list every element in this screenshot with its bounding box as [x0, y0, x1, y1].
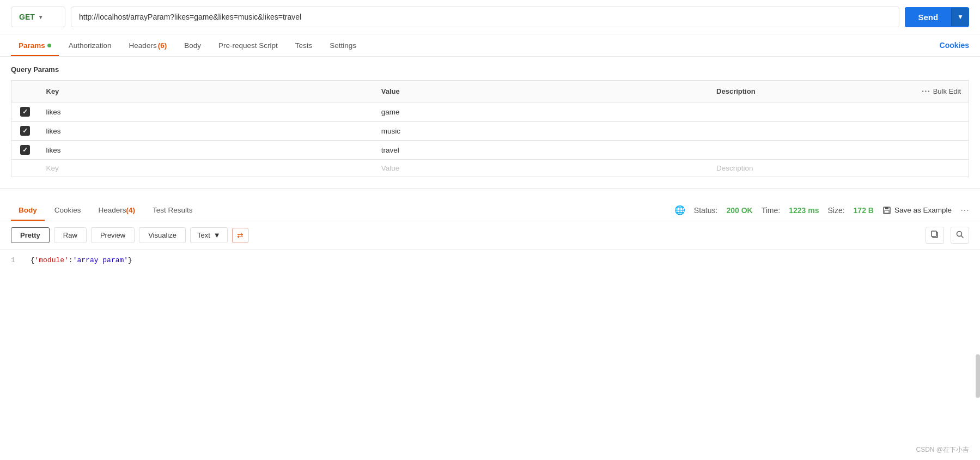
copy-response-button[interactable]	[926, 227, 944, 244]
row3-checkbox[interactable]: ✓	[20, 145, 30, 155]
response-tab-body[interactable]: Body	[11, 199, 45, 221]
time-value: 1223 ms	[789, 206, 819, 215]
row1-actions	[904, 102, 969, 122]
send-button[interactable]: Send	[905, 7, 951, 27]
response-actions	[926, 227, 969, 244]
table-row: ✓ likes game	[11, 102, 969, 122]
size-label: Size:	[827, 206, 844, 215]
row2-value[interactable]: music	[374, 122, 709, 141]
line-number: 1	[11, 256, 15, 264]
bulk-edit-button[interactable]: Bulk Edit	[933, 87, 961, 95]
save-icon	[882, 206, 891, 215]
value-placeholder: Value	[381, 164, 400, 172]
response-tabs: Body Cookies Headers(4) Test Results 🌐 S…	[0, 199, 980, 221]
checkmark-icon: ✓	[22, 127, 28, 135]
row2-description[interactable]	[709, 122, 903, 141]
key-placeholder: Key	[46, 164, 59, 172]
row1-value[interactable]: game	[374, 102, 709, 122]
search-icon	[955, 230, 964, 239]
empty-actions-cell	[904, 160, 969, 177]
empty-check-cell	[11, 160, 39, 177]
globe-icon[interactable]: 🌐	[674, 205, 685, 215]
size-value: 172 B	[854, 206, 874, 215]
url-bar: GET ▼ Send ▼	[0, 0, 980, 34]
row1-key[interactable]: likes	[39, 102, 374, 122]
request-tabs: Params Authorization Headers(6) Body Pre…	[0, 34, 980, 57]
status-value: 200 OK	[726, 206, 752, 215]
params-dot-indicator	[47, 44, 51, 47]
tab-params[interactable]: Params	[11, 35, 59, 56]
send-button-group: Send ▼	[905, 7, 969, 27]
table-row: ✓ likes travel	[11, 141, 969, 160]
tab-body[interactable]: Body	[176, 35, 209, 56]
more-options-icon[interactable]: ⋯	[921, 86, 930, 96]
copy-icon	[930, 230, 939, 239]
row2-actions	[904, 122, 969, 141]
empty-desc-cell[interactable]: Description	[709, 160, 903, 177]
checkmark-icon: ✓	[22, 146, 28, 154]
svg-rect-2	[885, 210, 889, 213]
tab-authorization[interactable]: Authorization	[61, 35, 119, 56]
method-selector[interactable]: GET ▼	[11, 7, 65, 27]
svg-rect-4	[932, 231, 936, 237]
checkmark-icon: ✓	[22, 108, 28, 116]
table-row: ✓ likes music	[11, 122, 969, 141]
row2-key[interactable]: likes	[39, 122, 374, 141]
code-key: 'module'	[34, 256, 68, 264]
text-type-dropdown[interactable]: Text ▼	[190, 227, 228, 243]
tab-pre-request[interactable]: Pre-request Script	[211, 35, 285, 56]
format-raw-button[interactable]: Raw	[54, 227, 87, 243]
save-example-button[interactable]: Save as Example	[882, 206, 952, 215]
empty-value-cell[interactable]: Value	[374, 160, 709, 177]
row2-check-cell: ✓	[11, 122, 39, 141]
params-table: Key Value Description ⋯ Bulk Edit ✓	[11, 80, 969, 177]
code-close-brace: }	[128, 256, 132, 264]
row1-description[interactable]	[709, 102, 903, 122]
desc-placeholder: Description	[716, 164, 753, 172]
format-preview-button[interactable]: Preview	[91, 227, 135, 243]
query-params-label: Query Params	[11, 65, 969, 74]
tab-tests[interactable]: Tests	[288, 35, 320, 56]
row1-check-cell: ✓	[11, 102, 39, 122]
empty-key-cell[interactable]: Key	[39, 160, 374, 177]
col-header-check	[11, 81, 39, 102]
status-label: Status:	[694, 206, 718, 215]
response-tab-headers[interactable]: Headers(4)	[91, 199, 143, 221]
url-input[interactable]	[71, 7, 899, 27]
col-header-actions: ⋯ Bulk Edit	[904, 81, 969, 102]
svg-line-6	[961, 236, 964, 238]
response-tab-cookies[interactable]: Cookies	[47, 199, 89, 221]
table-row-empty: Key Value Description	[11, 160, 969, 177]
method-chevron-icon: ▼	[38, 14, 44, 20]
code-value: 'array param'	[73, 256, 128, 264]
code-line: 1 {'module':'array param'}	[11, 256, 969, 264]
time-label: Time:	[762, 206, 780, 215]
tab-headers[interactable]: Headers(6)	[121, 35, 175, 56]
send-dropdown-button[interactable]: ▼	[951, 8, 969, 26]
row2-checkbox[interactable]: ✓	[20, 126, 30, 136]
wrap-button[interactable]: ⇄	[232, 228, 248, 243]
code-colon: :	[69, 256, 73, 264]
row1-checkbox[interactable]: ✓	[20, 107, 30, 117]
row3-value[interactable]: travel	[374, 141, 709, 160]
response-status-area: 🌐 Status: 200 OK Time: 1223 ms Size: 172…	[674, 205, 969, 215]
method-label: GET	[19, 13, 35, 21]
text-dropdown-chevron-icon: ▼	[214, 231, 221, 239]
response-more-options-icon[interactable]: ⋯	[960, 205, 969, 215]
row3-key[interactable]: likes	[39, 141, 374, 160]
format-pretty-button[interactable]: Pretty	[11, 227, 50, 243]
row3-description[interactable]	[709, 141, 903, 160]
svg-rect-1	[885, 207, 888, 209]
response-headers-badge: (4)	[126, 206, 136, 214]
format-visualize-button[interactable]: Visualize	[139, 227, 186, 243]
response-toolbar: Pretty Raw Preview Visualize Text ▼ ⇄	[0, 221, 980, 250]
headers-badge: (6)	[158, 41, 167, 50]
params-section: Query Params Key Value Description ⋯ Bul…	[0, 57, 980, 177]
search-response-button[interactable]	[951, 227, 969, 244]
col-header-key: Key	[39, 81, 374, 102]
wrap-lines-icon: ⇄	[237, 231, 244, 240]
response-tab-test-results[interactable]: Test Results	[145, 199, 200, 221]
cookies-link[interactable]: Cookies	[940, 34, 969, 56]
tab-settings[interactable]: Settings	[322, 35, 364, 56]
row3-check-cell: ✓	[11, 141, 39, 160]
